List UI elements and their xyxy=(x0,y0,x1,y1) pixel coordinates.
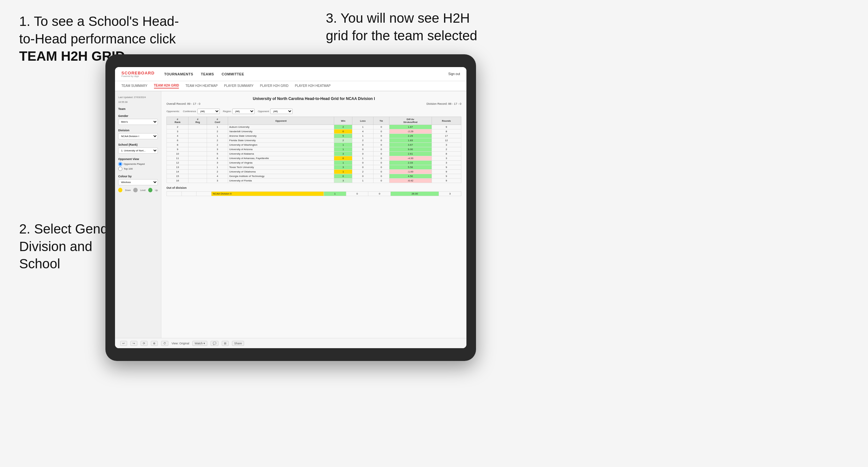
ood-rounds: 3 xyxy=(439,192,461,196)
td-opponent: University of Arkansas, Fayetteville xyxy=(228,156,334,161)
td-opponent: Vanderbilt University xyxy=(228,129,334,134)
subnav-player-h2h-heatmap[interactable]: PLAYER H2H HEATMAP xyxy=(295,84,331,88)
td-reg xyxy=(188,165,207,169)
gender-section: Gender Men's xyxy=(118,114,158,125)
td-opponent: University of Alabama xyxy=(228,152,334,156)
col-reg: #Reg xyxy=(188,117,207,125)
division-select[interactable]: NCAA Division I xyxy=(118,133,158,139)
table-body: 2 1 Auburn University 2 1 0 1.67 9 3 2 V… xyxy=(167,125,461,183)
td-rank: 2 xyxy=(167,125,188,129)
td-conf: 2 xyxy=(207,169,228,174)
td-win: 5 xyxy=(334,134,352,138)
toolbar-watch[interactable]: Watch ▾ xyxy=(192,341,207,346)
td-diff: -6.42 xyxy=(389,179,432,183)
gender-select[interactable]: Men's xyxy=(118,119,158,125)
td-opponent: Texas Tech University xyxy=(228,165,334,169)
td-win: 1 xyxy=(334,143,352,147)
td-win: 3 xyxy=(334,179,352,183)
opponent-select[interactable]: (All) xyxy=(270,108,292,114)
table-row: 8 2 University of Washington 1 0 0 3.67 … xyxy=(167,143,461,147)
radio-group: Opponents Played Top 100 xyxy=(118,162,158,171)
td-loss: 1 xyxy=(352,156,373,161)
col-loss: Loss xyxy=(352,117,373,125)
subnav-player-h2h-grid[interactable]: PLAYER H2H GRID xyxy=(260,84,288,88)
td-rank: 12 xyxy=(167,161,188,165)
td-tie: 0 xyxy=(373,147,389,152)
sidebar: Last Updated: 27/03/2024 16:55:38 Team G… xyxy=(115,91,161,338)
td-reg xyxy=(188,129,207,134)
toolbar-undo[interactable]: ↩ xyxy=(120,341,127,346)
td-win: 3 xyxy=(334,152,352,156)
col-opponent: Opponent xyxy=(228,117,334,125)
gender-label: Gender xyxy=(118,114,158,118)
toolbar-zoom[interactable]: ⊕ xyxy=(151,341,158,346)
td-rounds: 2 xyxy=(432,147,461,152)
subnav-team-h2h-grid[interactable]: TEAM H2H GRID xyxy=(154,84,179,89)
colour-by-select[interactable]: Win/loss xyxy=(118,179,158,185)
nav-tournaments[interactable]: TOURNAMENTS xyxy=(164,72,193,76)
opponent-filter-group: Opponent (All) xyxy=(258,108,292,114)
toolbar-grid[interactable]: ⊞ xyxy=(222,341,229,346)
td-tie: 0 xyxy=(373,179,389,183)
color-legend: Down Level Up xyxy=(118,188,158,192)
region-filter-group: Region (All) xyxy=(223,108,255,114)
table-row: 14 2 University of Oklahoma 1 2 0 -1.00 … xyxy=(167,169,461,174)
td-rank: 8 xyxy=(167,143,188,147)
td-reg xyxy=(188,169,207,174)
td-loss: 2 xyxy=(352,169,373,174)
col-rank: #Rank xyxy=(167,117,188,125)
td-diff: 1.67 xyxy=(389,125,432,129)
td-conf: 1 xyxy=(207,165,228,169)
school-section: School (Rank) 1. University of Nort... xyxy=(118,143,158,154)
td-rank: 6 xyxy=(167,138,188,143)
td-diff: 4.50 xyxy=(389,174,432,179)
school-select[interactable]: 1. University of Nort... xyxy=(118,148,158,154)
td-rank: 10 xyxy=(167,152,188,156)
nav-bar: SCOREBOARD Powered by clippi TOURNAMENTS… xyxy=(115,67,466,81)
toolbar-clock[interactable]: ⏱ xyxy=(161,341,168,346)
toolbar-redo[interactable]: ↪ xyxy=(130,341,137,346)
radio-opponents-played[interactable]: Opponents Played xyxy=(118,162,158,166)
td-tie: 0 xyxy=(373,152,389,156)
radio-top-100[interactable]: Top 100 xyxy=(118,167,158,171)
td-loss: 0 xyxy=(352,161,373,165)
td-diff: 1.83 xyxy=(389,138,432,143)
td-diff: 2.33 xyxy=(389,161,432,165)
td-win: 0 xyxy=(334,129,352,134)
td-opponent: University of Florida xyxy=(228,179,334,183)
conference-select[interactable]: (All) xyxy=(197,108,220,114)
td-conf: 1 xyxy=(207,125,228,129)
grid-title: University of North Carolina Head-to-Hea… xyxy=(166,96,461,101)
opponent-view-section: Opponent View Opponents Played Top 100 xyxy=(118,157,158,171)
toolbar-share[interactable]: Share xyxy=(232,341,244,346)
toolbar-comment[interactable]: 💬 xyxy=(211,341,219,346)
td-diff: 5.56 xyxy=(389,165,432,169)
nav-committee[interactable]: COMMITTEE xyxy=(222,72,244,76)
td-rounds: 8 xyxy=(432,152,461,156)
subnav-team-summary[interactable]: TEAM SUMMARY xyxy=(121,84,148,88)
td-diff: -4.33 xyxy=(389,156,432,161)
nav-teams[interactable]: TEAMS xyxy=(201,72,214,76)
td-tie: 0 xyxy=(373,125,389,129)
subnav-team-h2h-heatmap[interactable]: TEAM H2H HEATMAP xyxy=(185,84,218,88)
division-section: Division NCAA Division I xyxy=(118,129,158,139)
td-win: 2 xyxy=(334,138,352,143)
td-conf: 2 xyxy=(207,129,228,134)
division-label: Division xyxy=(118,129,158,132)
colour-by-label: Colour by xyxy=(118,175,158,178)
nav-sign-out[interactable]: Sign out xyxy=(448,72,460,76)
toolbar-nav[interactable]: ⟳ xyxy=(141,341,148,346)
subnav-player-summary[interactable]: PLAYER SUMMARY xyxy=(224,84,253,88)
td-tie: 0 xyxy=(373,129,389,134)
td-opponent: Florida State University xyxy=(228,138,334,143)
ood-reg xyxy=(182,192,196,196)
col-diff: Diff AvStrokes/Rnd xyxy=(389,117,432,125)
td-reg xyxy=(188,125,207,129)
td-loss: 0 xyxy=(352,174,373,179)
region-select[interactable]: (All) xyxy=(232,108,255,114)
overall-record: Overall Record: 89 - 17 - 0 xyxy=(166,102,200,105)
td-win: 1 xyxy=(334,147,352,152)
td-diff: 2.61 xyxy=(389,152,432,156)
division-record: Division Record: 88 - 17 - 0 xyxy=(427,102,461,105)
td-conf: 3 xyxy=(207,147,228,152)
